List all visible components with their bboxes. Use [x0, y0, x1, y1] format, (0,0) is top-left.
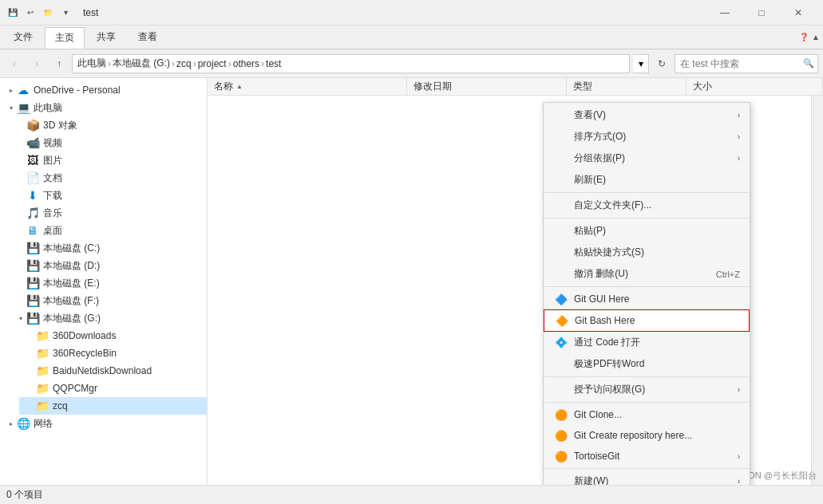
ctx-item-tortoisegit[interactable]: 🟠 TortoiseGit › [544, 446, 750, 467]
maximize-button[interactable]: □ [743, 0, 780, 26]
expand-icon-drive-g[interactable]: ▾ [16, 313, 26, 323]
search-box[interactable]: 🔍 [675, 54, 818, 73]
breadcrumb-pc[interactable]: 此电脑 [77, 57, 106, 70]
ctx-item-git-gui[interactable]: 🔷 Git GUI Here [544, 289, 750, 309]
drive-e-icon: 💾 [26, 276, 40, 290]
sidebar-item-video[interactable]: 📹 视频 [10, 134, 207, 152]
sidebar-item-docs[interactable]: 📄 文档 [10, 169, 207, 187]
ctx-item-git-bash[interactable]: 🔶 Git Bash Here [544, 309, 750, 332]
ctx-item-group[interactable]: 分组依据(P) › [544, 148, 750, 169]
up-button[interactable]: ↑ [49, 54, 69, 73]
title-icon-folder[interactable]: 📁 [42, 6, 54, 19]
ctx-item-git-clone[interactable]: 🟠 Git Clone... [544, 404, 750, 425]
sidebar-item-drive-f[interactable]: 💾 本地磁盘 (F:) [10, 292, 207, 309]
col-header-date[interactable]: 修改日期 [407, 78, 567, 95]
breadcrumb-project[interactable]: project [198, 58, 227, 69]
ctx-item-new[interactable]: 新建(W) › [544, 471, 750, 485]
sidebar-label-music: 音乐 [43, 207, 62, 220]
expand-icon-network[interactable]: ▸ [6, 419, 16, 428]
sidebar-item-360rb[interactable]: 📁 360RecycleBin [19, 345, 207, 362]
tab-view[interactable]: 查看 [128, 26, 168, 48]
ctx-item-pdf-word[interactable]: 极速PDF转Word [544, 353, 750, 375]
sidebar-item-360dl[interactable]: 📁 360Downloads [19, 327, 207, 345]
breadcrumb-zcq[interactable]: zcq [176, 58, 192, 69]
close-button[interactable]: ✕ [780, 0, 817, 26]
drive-c-icon: 💾 [26, 241, 40, 255]
ctx-item-refresh[interactable]: 刷新(E) [544, 169, 750, 191]
sidebar-item-drive-d[interactable]: 💾 本地磁盘 (D:) [10, 257, 207, 274]
expand-icon-qqpc [26, 384, 35, 393]
title-icon-dropdown[interactable]: ▾ [59, 6, 72, 19]
col-header-type[interactable]: 类型 [567, 78, 686, 95]
desktop-icon: 🖥 [26, 223, 40, 238]
ctx-shortcut-undo: Ctrl+Z [716, 270, 740, 279]
sidebar-item-onedrive[interactable]: ▸ ☁ OneDrive - Personal [0, 81, 207, 99]
window-title: test [83, 7, 706, 18]
scroll-track[interactable] [811, 96, 823, 485]
help-icon[interactable]: ❓ [799, 33, 809, 41]
ctx-label-grant-access: 授予访问权限(G) [574, 383, 645, 396]
address-dropdown-button[interactable]: ▾ [633, 54, 649, 73]
sidebar-item-3d[interactable]: 📦 3D 对象 [10, 116, 207, 134]
sidebar-item-network[interactable]: ▸ 🌐 网络 [0, 415, 207, 432]
title-icon-quick-access[interactable]: 💾 [6, 6, 19, 19]
sidebar-label-drive-d: 本地磁盘 (D:) [43, 259, 100, 273]
ribbon-collapse-icon[interactable]: ▲ [812, 33, 820, 41]
search-input[interactable] [680, 58, 800, 69]
ctx-item-undo[interactable]: 撤消 删除(U) Ctrl+Z [544, 263, 750, 285]
sidebar-item-desktop[interactable]: 🖥 桌面 [10, 222, 207, 239]
col-header-name[interactable]: 名称 ▲ [208, 78, 407, 95]
folder-icon-qqpc: 📁 [35, 381, 49, 396]
sidebar-label-drive-c: 本地磁盘 (C:) [43, 242, 100, 255]
sidebar-item-drive-e[interactable]: 💾 本地磁盘 (E:) [10, 274, 207, 292]
sidebar-label-qqpc: QQPCMgr [53, 383, 97, 394]
refresh-button[interactable]: ↻ [652, 54, 671, 73]
sidebar-item-zcq[interactable]: 📁 zcq [19, 397, 207, 415]
breadcrumb-drive[interactable]: 本地磁盘 (G:) [113, 57, 170, 70]
forward-button[interactable]: › [27, 54, 46, 73]
breadcrumb-test[interactable]: test [266, 58, 281, 69]
folder-icon-baidu: 📁 [35, 364, 49, 378]
search-icon: 🔍 [803, 58, 814, 69]
expand-icon-desktop [16, 226, 26, 235]
col-header-size[interactable]: 大小 [686, 78, 823, 95]
sidebar-item-pc[interactable]: ▾ 💻 此电脑 [0, 99, 207, 116]
expand-icon-pc[interactable]: ▾ [6, 103, 16, 112]
content-area[interactable]: 名称 ▲ 修改日期 类型 大小 查看(V) › [208, 78, 823, 485]
ctx-item-sort[interactable]: 排序方式(O) › [544, 126, 750, 148]
minimize-button[interactable]: — [706, 0, 743, 26]
expand-icon-3d [16, 120, 26, 130]
ctx-item-customize[interactable]: 自定义文件夹(F)... [544, 195, 750, 216]
ctx-item-paste[interactable]: 粘贴(P) [544, 220, 750, 242]
ctx-item-grant-access[interactable]: 授予访问权限(G) › [544, 379, 750, 400]
sidebar-item-drive-g[interactable]: ▾ 💾 本地磁盘 (G:) [10, 309, 207, 327]
ctx-item-view[interactable]: 查看(V) › [544, 104, 750, 126]
drive-g-icon: 💾 [26, 311, 40, 325]
ctx-arrow-view: › [738, 111, 740, 120]
sidebar-item-baidu[interactable]: 📁 BaiduNetdiskDownload [19, 362, 207, 380]
title-icon-undo[interactable]: ↩ [24, 6, 37, 19]
tab-home[interactable]: 主页 [45, 27, 85, 49]
tab-file[interactable]: 文件 [3, 26, 43, 48]
ctx-label-view: 查看(V) [574, 108, 606, 122]
sidebar-label-baidu: BaiduNetdiskDownload [53, 365, 152, 376]
sidebar-item-music[interactable]: 🎵 音乐 [10, 204, 207, 222]
ctx-item-open-code[interactable]: 💠 通过 Code 打开 [544, 332, 750, 353]
address-path[interactable]: 此电脑 › 本地磁盘 (G:) › zcq › project › others… [72, 54, 630, 73]
expand-icon-onedrive[interactable]: ▸ [6, 85, 16, 95]
sidebar-label-onedrive: OneDrive - Personal [34, 85, 121, 96]
sidebar-item-drive-c[interactable]: 💾 本地磁盘 (C:) [10, 239, 207, 257]
ctx-item-paste-shortcut[interactable]: 粘贴快捷方式(S) [544, 242, 750, 263]
expand-icon-drive-f [16, 296, 26, 305]
docs-icon: 📄 [26, 171, 40, 185]
expand-icon-video [16, 138, 26, 148]
back-button[interactable]: ‹ [5, 54, 24, 73]
sidebar-item-pictures[interactable]: 🖼 图片 [10, 152, 207, 169]
breadcrumb-others[interactable]: others [233, 58, 259, 69]
ctx-item-git-create[interactable]: 🟠 Git Create repository here... [544, 425, 750, 446]
tab-share[interactable]: 共享 [86, 26, 126, 48]
sidebar-item-qqpc[interactable]: 📁 QQPCMgr [19, 380, 207, 397]
expand-icon-360dl [26, 331, 35, 341]
sidebar-item-downloads[interactable]: ⬇ 下载 [10, 187, 207, 204]
expand-icon-music [16, 208, 26, 218]
